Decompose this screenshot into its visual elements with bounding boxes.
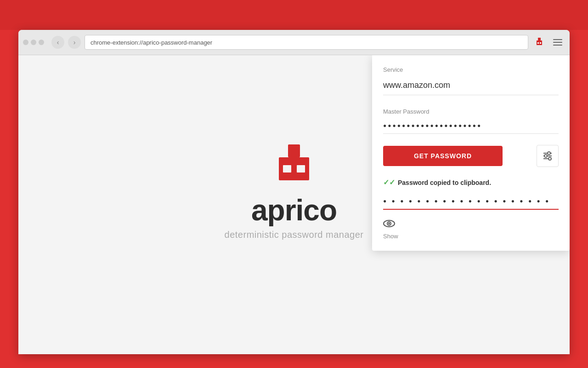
master-password-label: Master Password — [383, 108, 559, 115]
app-tagline: deterministic password manager — [225, 230, 364, 240]
toolbar-extension-area — [532, 35, 565, 50]
back-button[interactable]: ‹ — [51, 36, 64, 49]
master-password-section: Master Password ●●●●●●●●●●●●●●●●●●●●● — [383, 108, 559, 134]
top-bar — [0, 0, 588, 30]
check-icon: ✓✓ — [383, 178, 395, 187]
aprico-icon-svg — [534, 37, 545, 48]
svg-rect-0 — [538, 38, 541, 40]
show-label: Show — [383, 233, 398, 240]
browser-content: aprico deterministic password manager Se… — [18, 55, 570, 354]
eye-icon-svg — [383, 219, 395, 228]
popup-panel: Service Master Password ●●●●●●●●●●●●●●●●… — [372, 55, 570, 251]
maximize-dot — [39, 40, 44, 45]
sliders-icon — [543, 151, 553, 161]
browser-window: ‹ › chrome-extension://aprico-password-m… — [18, 30, 570, 354]
menu-line-2 — [553, 42, 562, 43]
settings-button[interactable] — [537, 145, 559, 167]
minimize-dot — [31, 40, 36, 45]
svg-point-13 — [548, 157, 551, 160]
copied-text: Password copied to clipboard. — [398, 179, 491, 186]
aprico-extension-icon[interactable] — [532, 35, 547, 50]
svg-rect-4 — [288, 144, 300, 157]
svg-rect-3 — [540, 42, 541, 44]
action-row: GET PASSWORD — [383, 145, 559, 167]
app-name: aprico — [251, 196, 337, 225]
browser-toolbar: ‹ › chrome-extension://aprico-password-m… — [18, 30, 570, 55]
browser-menu-button[interactable] — [550, 35, 565, 50]
svg-rect-6 — [283, 165, 291, 172]
svg-point-11 — [544, 155, 547, 157]
svg-rect-7 — [297, 165, 305, 172]
master-password-dots: ●●●●●●●●●●●●●●●●●●●●● — [383, 119, 559, 134]
service-section: Service — [383, 66, 559, 104]
copied-message: ✓✓ Password copied to clipboard. — [383, 178, 559, 187]
service-input[interactable] — [383, 77, 559, 95]
service-label: Service — [383, 66, 559, 73]
window-controls — [23, 40, 44, 45]
menu-line-1 — [553, 39, 562, 40]
address-text: chrome-extension://aprico-password-manag… — [90, 39, 212, 46]
aprico-logo-svg — [271, 142, 317, 188]
svg-rect-2 — [537, 42, 539, 44]
close-dot — [23, 40, 28, 45]
generated-password-field[interactable] — [383, 194, 559, 210]
forward-button[interactable]: › — [68, 36, 81, 49]
logo-container: aprico deterministic password manager — [225, 142, 364, 240]
show-section: Show — [383, 219, 559, 240]
svg-rect-1 — [537, 40, 542, 45]
address-bar[interactable]: chrome-extension://aprico-password-manag… — [85, 35, 528, 50]
menu-line-3 — [553, 45, 562, 46]
svg-point-9 — [548, 152, 550, 155]
get-password-button[interactable]: GET PASSWORD — [383, 146, 503, 166]
svg-point-16 — [388, 223, 390, 224]
eye-icon[interactable] — [383, 219, 395, 231]
